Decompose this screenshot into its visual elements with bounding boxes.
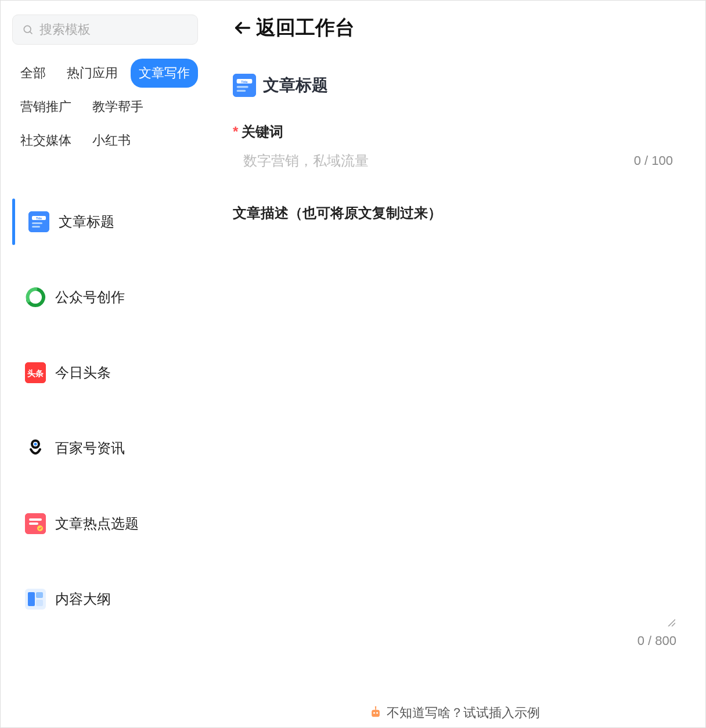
svg-rect-16	[28, 592, 35, 606]
template-label: 内容大纲	[55, 590, 111, 608]
svg-point-28	[373, 712, 375, 713]
svg-rect-5	[32, 222, 42, 224]
back-button[interactable]: 返回工作台	[233, 15, 676, 41]
template-outline[interactable]: 内容大纲	[12, 561, 210, 637]
svg-line-26	[672, 623, 675, 626]
svg-rect-18	[36, 600, 43, 606]
description-label: 文章描述（也可将原文复制过来）	[233, 204, 676, 222]
svg-point-31	[375, 706, 377, 708]
template-baijia[interactable]: 百家号资讯	[12, 410, 210, 486]
svg-rect-17	[36, 592, 43, 598]
keyword-input-row: 0 / 100	[233, 153, 676, 169]
svg-point-0	[24, 26, 31, 33]
template-article-title[interactable]: Title 文章标题	[12, 184, 210, 260]
keyword-label: *关键词	[233, 122, 676, 141]
description-wrap	[233, 234, 676, 626]
arrow-left-icon	[233, 18, 253, 38]
form-title: 文章标题	[263, 74, 328, 96]
keyword-input[interactable]	[243, 153, 544, 169]
description-input[interactable]	[233, 234, 676, 615]
template-label: 文章标题	[59, 212, 114, 231]
svg-rect-6	[32, 226, 40, 228]
sidebar: 全部 热门应用 文章写作 营销推广 教学帮手 社交媒体 小红书 Title 文章…	[1, 1, 221, 727]
search-icon	[22, 24, 34, 35]
svg-point-29	[376, 712, 378, 713]
svg-text:Title: Title	[241, 80, 247, 84]
category-marketing[interactable]: 营销推广	[12, 92, 80, 121]
svg-point-10	[34, 443, 37, 446]
toutiao-icon: 头条	[25, 362, 46, 383]
template-list: Title 文章标题 公众号创作 头条 今日头条 百家号	[12, 184, 210, 637]
template-label: 文章热点选题	[55, 514, 139, 533]
title-icon: Title	[28, 211, 49, 232]
category-social[interactable]: 社交媒体	[12, 126, 80, 155]
search-input[interactable]	[39, 22, 188, 37]
template-toutiao[interactable]: 头条 今日头条	[12, 335, 210, 410]
category-all[interactable]: 全部	[12, 59, 54, 88]
main-panel: 返回工作台 Title 文章标题 *关键词 0 / 100 文章描述（也可将原文…	[221, 1, 705, 727]
template-label: 今日头条	[55, 363, 111, 382]
form-header: Title 文章标题	[233, 74, 676, 97]
template-wechat[interactable]: 公众号创作	[12, 260, 210, 335]
resize-handle-icon[interactable]	[667, 618, 675, 626]
title-icon: Title	[233, 74, 256, 97]
svg-line-1	[30, 31, 32, 34]
hint-text: 不知道写啥？试试插入示例	[387, 704, 540, 722]
svg-rect-12	[29, 518, 42, 521]
template-hot-topic[interactable]: 文章热点选题	[12, 486, 210, 561]
baijia-icon	[25, 438, 46, 459]
example-hint[interactable]: 不知道写啥？试试插入示例	[233, 704, 676, 722]
category-tabs: 全部 热门应用 文章写作 营销推广 教学帮手 社交媒体 小红书	[12, 59, 210, 155]
svg-text:头条: 头条	[27, 369, 44, 378]
template-label: 公众号创作	[55, 288, 125, 307]
svg-line-25	[668, 619, 675, 626]
hot-topic-icon	[25, 513, 46, 534]
svg-rect-24	[237, 90, 246, 92]
svg-rect-2	[28, 211, 49, 232]
wechat-icon	[25, 287, 46, 308]
category-xiaohongshu[interactable]: 小红书	[84, 126, 139, 155]
category-teaching[interactable]: 教学帮手	[84, 92, 152, 121]
required-mark: *	[233, 124, 238, 139]
svg-rect-27	[372, 710, 380, 717]
outline-icon	[25, 589, 46, 610]
svg-rect-20	[233, 74, 256, 97]
svg-rect-13	[29, 522, 38, 525]
category-popular[interactable]: 热门应用	[59, 59, 126, 88]
back-label: 返回工作台	[256, 15, 355, 41]
description-counter: 0 / 800	[233, 633, 676, 648]
svg-rect-23	[237, 86, 248, 88]
category-article-writing[interactable]: 文章写作	[131, 59, 198, 88]
search-box[interactable]	[12, 15, 198, 45]
keyword-counter: 0 / 100	[634, 153, 673, 168]
svg-text:Title: Title	[36, 217, 42, 220]
robot-icon	[369, 706, 382, 720]
template-label: 百家号资讯	[55, 439, 125, 457]
